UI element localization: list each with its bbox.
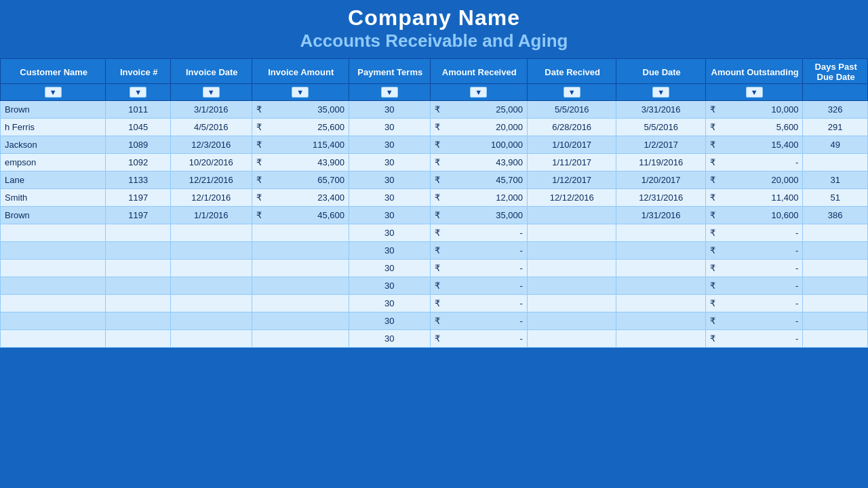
cell-invoice-amount — [252, 312, 349, 330]
cell-date-received: 5/5/2016 — [527, 101, 616, 119]
col-header-days-due: Days Past Due Date — [803, 59, 868, 84]
cell-payment-terms: 30 — [349, 171, 430, 189]
cell-payment-terms: 30 — [349, 119, 430, 136]
cell-invoice-amount: ₹65,700 — [252, 171, 349, 189]
cell-days-due — [803, 154, 868, 171]
cell-days-due — [803, 295, 868, 312]
filter-due-date[interactable]: ▼ — [616, 84, 705, 101]
filter-invoice-amount-btn[interactable]: ▼ — [292, 87, 309, 98]
filter-invoice-amount[interactable]: ▼ — [252, 84, 349, 101]
cell-invoice-amount: ₹25,600 — [252, 119, 349, 136]
cell-invoice-amount: ₹43,900 — [252, 154, 349, 171]
cell-invoice-date — [171, 260, 252, 277]
cell-invoice-date: 10/20/2016 — [171, 154, 252, 171]
filter-date-received-btn[interactable]: ▼ — [564, 87, 580, 98]
cell-payment-terms: 30 — [349, 224, 430, 242]
filter-due-date-btn[interactable]: ▼ — [652, 87, 669, 98]
cell-due-date: 1/2/2017 — [616, 136, 705, 154]
cell-invoice-amount — [252, 295, 349, 312]
filter-invoice-date-btn[interactable]: ▼ — [203, 87, 220, 98]
cell-payment-terms: 30 — [349, 154, 430, 171]
cell-invoice-num — [106, 312, 171, 330]
col-header-invoice-amount: Invoice Amount — [252, 59, 349, 84]
filter-invoice-date[interactable]: ▼ — [171, 84, 252, 101]
cell-amount-received: ₹- — [430, 312, 527, 330]
col-header-due-date: Due Date — [616, 59, 705, 84]
cell-invoice-amount: ₹115,400 — [252, 136, 349, 154]
cell-customer — [1, 277, 106, 295]
cell-invoice-num: 1197 — [106, 189, 171, 207]
cell-invoice-num: 1011 — [106, 101, 171, 119]
filter-amount-received[interactable]: ▼ — [430, 84, 527, 101]
filter-invoice-num-btn[interactable]: ▼ — [130, 87, 146, 98]
cell-amount-outstanding: ₹- — [705, 224, 802, 242]
table-row: 30₹-₹- — [1, 260, 868, 277]
cell-amount-received: ₹- — [430, 242, 527, 260]
filter-row: ▼ ▼ ▼ ▼ ▼ ▼ ▼ ▼ ▼ — [1, 84, 868, 101]
cell-invoice-date: 3/1/2016 — [171, 101, 252, 119]
cell-customer: empson — [1, 154, 106, 171]
accounts-receivable-table: Customer Name Invoice # Invoice Date Inv… — [0, 58, 868, 348]
cell-invoice-amount — [252, 260, 349, 277]
filter-customer[interactable]: ▼ — [1, 84, 106, 101]
cell-days-due: 31 — [803, 171, 868, 189]
cell-amount-received: ₹- — [430, 260, 527, 277]
cell-days-due: 291 — [803, 119, 868, 136]
cell-invoice-amount: ₹45,600 — [252, 207, 349, 224]
cell-amount-received: ₹20,000 — [430, 119, 527, 136]
col-header-amount-outstanding: Amount Outstanding — [705, 59, 802, 84]
table-row: h Ferris10454/5/2016₹25,60030₹20,0006/28… — [1, 119, 868, 136]
cell-customer — [1, 224, 106, 242]
col-header-invoice-num: Invoice # — [106, 59, 171, 84]
table-row: Smith119712/1/2016₹23,40030₹12,00012/12/… — [1, 189, 868, 207]
cell-payment-terms: 30 — [349, 260, 430, 277]
cell-due-date — [616, 224, 705, 242]
cell-invoice-date: 4/5/2016 — [171, 119, 252, 136]
cell-amount-outstanding: ₹20,000 — [705, 171, 802, 189]
filter-invoice-num[interactable]: ▼ — [106, 84, 171, 101]
filter-amount-outstanding[interactable]: ▼ — [705, 84, 802, 101]
cell-date-received: 1/12/2017 — [527, 171, 616, 189]
cell-payment-terms: 30 — [349, 189, 430, 207]
cell-invoice-date — [171, 312, 252, 330]
cell-amount-outstanding: ₹5,600 — [705, 119, 802, 136]
header: Company Name Accounts Receivable and Agi… — [0, 0, 868, 58]
cell-days-due: 326 — [803, 101, 868, 119]
cell-invoice-date — [171, 242, 252, 260]
filter-amount-outstanding-btn[interactable]: ▼ — [746, 87, 763, 98]
table-row: empson109210/20/2016₹43,90030₹43,9001/11… — [1, 154, 868, 171]
cell-customer: Brown — [1, 101, 106, 119]
cell-days-due: 386 — [803, 207, 868, 224]
filter-customer-btn[interactable]: ▼ — [45, 87, 62, 98]
table-row: 30₹-₹- — [1, 277, 868, 295]
cell-amount-outstanding: ₹- — [705, 295, 802, 312]
cell-payment-terms: 30 — [349, 207, 430, 224]
cell-days-due — [803, 260, 868, 277]
cell-invoice-amount — [252, 242, 349, 260]
cell-amount-received: ₹- — [430, 330, 527, 348]
table-row: 30₹-₹- — [1, 295, 868, 312]
cell-date-received: 12/12/2016 — [527, 189, 616, 207]
cell-payment-terms: 30 — [349, 136, 430, 154]
cell-payment-terms: 30 — [349, 277, 430, 295]
filter-payment-terms[interactable]: ▼ — [349, 84, 430, 101]
column-headers-row: Customer Name Invoice # Invoice Date Inv… — [1, 59, 868, 84]
filter-payment-terms-btn[interactable]: ▼ — [381, 87, 398, 98]
cell-invoice-date — [171, 277, 252, 295]
cell-invoice-date: 12/1/2016 — [171, 189, 252, 207]
cell-amount-outstanding: ₹- — [705, 260, 802, 277]
filter-date-received[interactable]: ▼ — [527, 84, 616, 101]
cell-customer — [1, 312, 106, 330]
table-row: 30₹-₹- — [1, 312, 868, 330]
cell-invoice-num: 1045 — [106, 119, 171, 136]
cell-days-due — [803, 224, 868, 242]
cell-invoice-num — [106, 242, 171, 260]
cell-days-due — [803, 277, 868, 295]
cell-payment-terms: 30 — [349, 295, 430, 312]
filter-amount-received-btn[interactable]: ▼ — [470, 87, 487, 98]
col-header-customer: Customer Name — [1, 59, 106, 84]
cell-invoice-num: 1092 — [106, 154, 171, 171]
cell-invoice-amount: ₹23,400 — [252, 189, 349, 207]
cell-customer — [1, 295, 106, 312]
cell-days-due — [803, 330, 868, 348]
